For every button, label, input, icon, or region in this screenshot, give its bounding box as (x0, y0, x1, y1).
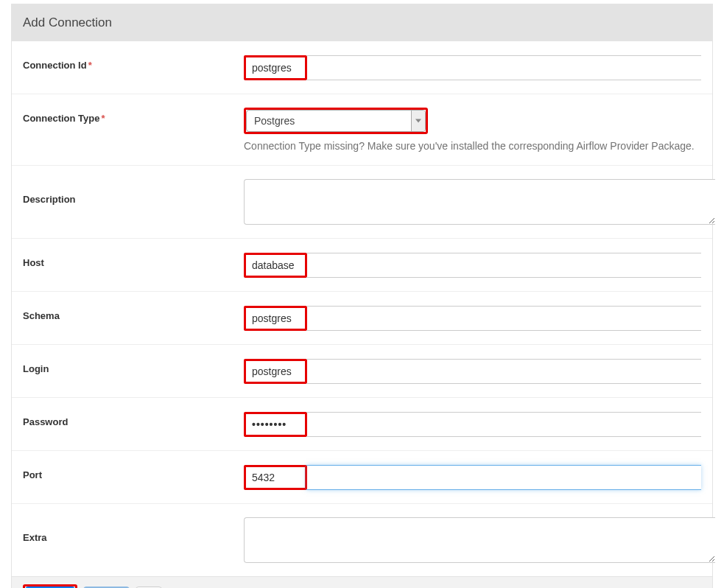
required-asterisk: * (88, 60, 92, 71)
password-input[interactable] (246, 414, 305, 435)
panel-body: Connection Id* Connection Type* Postgres (12, 41, 712, 576)
panel-title: Add Connection (23, 15, 112, 30)
label-connection-id: Connection Id* (23, 55, 244, 71)
row-password: Password (12, 398, 712, 451)
row-login: Login (12, 345, 712, 398)
field-login (244, 358, 701, 384)
field-connection-type: Postgres Connection Type missing? Make s… (244, 108, 701, 152)
highlight-save-button: Save (23, 584, 77, 588)
input-extend-schema[interactable] (306, 306, 701, 331)
label-port: Port (23, 464, 244, 480)
field-connection-id (244, 55, 701, 80)
input-extend-login[interactable] (306, 359, 701, 384)
chevron-down-icon (411, 111, 425, 131)
port-input[interactable] (246, 467, 305, 488)
label-password: Password (23, 411, 244, 427)
label-extra: Extra (23, 517, 244, 543)
schema-input[interactable] (246, 308, 305, 329)
row-host: Host (12, 239, 712, 292)
label-description: Description (23, 179, 244, 205)
extra-textarea[interactable] (244, 517, 715, 563)
help-connection-type: Connection Type missing? Make sure you'v… (244, 140, 701, 152)
row-description: Description (12, 166, 712, 239)
host-input[interactable] (246, 255, 305, 276)
row-schema: Schema (12, 292, 712, 345)
required-asterisk: * (101, 113, 105, 124)
label-schema: Schema (23, 305, 244, 321)
highlight-connection-type: Postgres (244, 108, 428, 134)
add-connection-panel: Add Connection Connection Id* Connection… (11, 4, 713, 588)
panel-footer: Save Test (12, 576, 712, 588)
field-schema (244, 305, 701, 331)
row-extra: Extra (12, 504, 712, 576)
input-extend-host[interactable] (306, 253, 701, 278)
row-connection-id: Connection Id* (12, 41, 712, 94)
highlight-password (244, 412, 307, 437)
field-description (244, 179, 701, 225)
field-extra (244, 517, 701, 563)
input-extend-password[interactable] (306, 412, 701, 437)
connection-type-selected-value: Postgres (254, 115, 295, 127)
label-text-connection-type: Connection Type (23, 113, 99, 124)
highlight-host (244, 253, 307, 278)
field-host (244, 252, 701, 278)
field-password (244, 411, 701, 437)
row-port: Port (12, 451, 712, 504)
field-port (244, 464, 701, 490)
highlight-schema (244, 306, 307, 331)
input-extend-connection-id[interactable] (306, 55, 701, 80)
connection-type-select[interactable]: Postgres (246, 110, 426, 132)
label-text-connection-id: Connection Id (23, 60, 87, 71)
connection-id-input[interactable] (246, 57, 305, 78)
label-connection-type: Connection Type* (23, 108, 244, 124)
label-host: Host (23, 252, 244, 268)
description-textarea[interactable] (244, 179, 715, 225)
panel-header: Add Connection (12, 4, 712, 41)
highlight-login (244, 359, 307, 384)
input-extend-port[interactable] (306, 465, 701, 490)
row-connection-type: Connection Type* Postgres Connection Typ… (12, 94, 712, 166)
highlight-connection-id (244, 55, 307, 80)
label-login: Login (23, 358, 244, 374)
highlight-port (244, 465, 307, 490)
login-input[interactable] (246, 361, 305, 382)
